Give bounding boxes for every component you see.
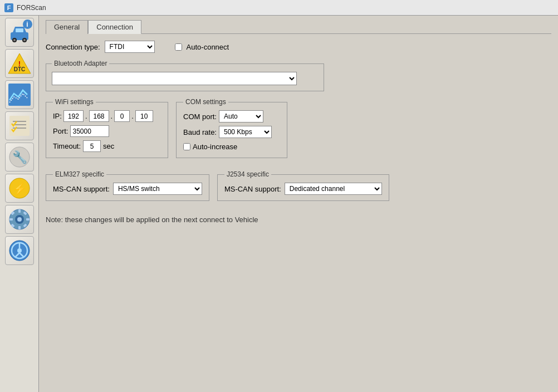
tab-general[interactable]: General — [46, 20, 88, 34]
ip-label: IP: — [53, 112, 62, 120]
ip-part-1[interactable]: 192 — [63, 110, 84, 122]
lightning-icon: ⚡ — [7, 176, 32, 200]
svg-rect-25 — [26, 218, 30, 220]
elm-mscan-label: MS-CAN support: — [53, 185, 110, 193]
auto-increase-checkbox[interactable] — [183, 143, 190, 150]
port-label: Port: — [53, 127, 68, 135]
main-content: General Connection Connection type: FTDI… — [39, 16, 558, 392]
com-legend: COM settings — [183, 98, 228, 106]
sidebar-item-info[interactable]: i — [5, 18, 34, 47]
title-bar: F FORScan — [0, 0, 558, 16]
svg-point-21 — [17, 217, 22, 222]
bluetooth-legend: Bluetooth Adapter — [52, 60, 109, 67]
ip-part-2[interactable]: 168 — [89, 110, 109, 122]
sidebar-item-checklist[interactable] — [5, 111, 34, 140]
dtc-triangle-icon: DTC ! — [7, 51, 32, 76]
wrench-icon: 🔧 — [7, 145, 32, 169]
svg-rect-6 — [16, 28, 23, 32]
elm-j2534-row: ELM327 specific MS-CAN support: HS/MS sw… — [46, 170, 551, 207]
connection-type-label: Connection type: — [46, 43, 100, 51]
ip-row: IP: 192 . 168 . 0 . 10 — [53, 110, 161, 122]
j2534-mscan-row: MS-CAN support: Dedicated channel HS/MS … — [224, 183, 382, 195]
sidebar: i DTC ! — [0, 16, 39, 392]
checklist-icon — [7, 114, 32, 138]
ip-part-4[interactable]: 10 — [135, 110, 153, 122]
auto-increase-row: Auto-increase — [183, 143, 280, 151]
connection-type-row: Connection type: FTDI ELM327 J2534 Auto-… — [46, 41, 551, 53]
svg-point-5 — [23, 39, 26, 41]
sidebar-item-wrench[interactable]: 🔧 — [5, 143, 34, 171]
svg-text:⚡: ⚡ — [12, 182, 26, 195]
auto-connect-checkbox[interactable] — [175, 43, 182, 51]
port-row: Port: 35000 — [53, 125, 161, 137]
auto-connect-label: Auto-connect — [187, 43, 229, 51]
baud-rate-label: Baud rate: — [183, 128, 217, 136]
com-fieldset: COM settings COM port: Auto COM1 COM2 Ba… — [176, 98, 287, 158]
elm-fieldset: ELM327 specific MS-CAN support: HS/MS sw… — [46, 170, 209, 201]
j2534-mscan-label: MS-CAN support: — [224, 185, 281, 193]
j2534-mscan-select[interactable]: Dedicated channel HS/MS switch Disabled — [285, 183, 382, 195]
svg-text:!: ! — [18, 60, 20, 68]
auto-increase-label: Auto-increase — [193, 143, 237, 151]
steering-wheel-icon — [7, 238, 32, 263]
ip-part-3[interactable]: 0 — [114, 110, 130, 122]
bluetooth-fieldset: Bluetooth Adapter — [46, 60, 324, 91]
info-badge: i — [23, 19, 32, 29]
port-input[interactable]: 35000 — [70, 125, 109, 137]
sidebar-item-steering[interactable] — [5, 236, 34, 265]
note-section: Note: these changes will be applied on t… — [46, 215, 551, 224]
note-text: Note: these changes will be applied on t… — [46, 215, 258, 224]
com-port-label: COM port: — [183, 112, 217, 121]
app-icon: F — [4, 3, 13, 12]
elm-mscan-select[interactable]: HS/MS switch Dedicated channel Disabled — [113, 183, 202, 195]
sidebar-item-dtc[interactable]: DTC ! — [5, 49, 34, 78]
sidebar-item-settings[interactable] — [5, 205, 34, 234]
svg-rect-11 — [9, 116, 30, 136]
timeout-unit: sec — [103, 142, 114, 150]
svg-text:🔧: 🔧 — [12, 150, 27, 165]
com-port-row: COM port: Auto COM1 COM2 — [183, 110, 280, 122]
j2534-fieldset: J2534 specific MS-CAN support: Dedicated… — [217, 170, 389, 201]
wifi-fieldset: WiFi settings IP: 192 . 168 . 0 . 10 Por… — [46, 98, 168, 158]
sidebar-item-graph[interactable] — [5, 80, 34, 109]
svg-point-4 — [13, 39, 16, 41]
svg-rect-22 — [18, 209, 21, 213]
svg-point-32 — [17, 248, 22, 253]
com-port-select[interactable]: Auto COM1 COM2 — [219, 110, 263, 122]
wifi-legend: WiFi settings — [53, 98, 96, 106]
bluetooth-select[interactable] — [52, 72, 297, 85]
baud-rate-row: Baud rate: 500 Kbps 250 Kbps — [183, 126, 280, 138]
title-bar-text: FORScan — [17, 4, 46, 12]
connection-type-select[interactable]: FTDI ELM327 J2534 — [105, 41, 155, 53]
sidebar-item-lightning[interactable]: ⚡ — [5, 174, 34, 203]
wifi-com-row: WiFi settings IP: 192 . 168 . 0 . 10 Por… — [46, 98, 551, 164]
graph-icon — [7, 82, 32, 107]
elm-legend: ELM327 specific — [53, 170, 106, 178]
gear-icon — [7, 207, 32, 232]
svg-rect-24 — [9, 218, 13, 220]
timeout-row: Timeout: 5 sec — [53, 140, 161, 152]
baud-rate-select[interactable]: 500 Kbps 250 Kbps — [219, 126, 272, 138]
elm-mscan-row: MS-CAN support: HS/MS switch Dedicated c… — [53, 183, 202, 195]
timeout-label: Timeout: — [53, 142, 81, 150]
svg-rect-23 — [18, 226, 21, 229]
timeout-input[interactable]: 5 — [83, 140, 101, 152]
tab-bar: General Connection — [46, 20, 551, 34]
j2534-legend: J2534 specific — [224, 170, 271, 178]
tab-connection[interactable]: Connection — [88, 20, 141, 34]
